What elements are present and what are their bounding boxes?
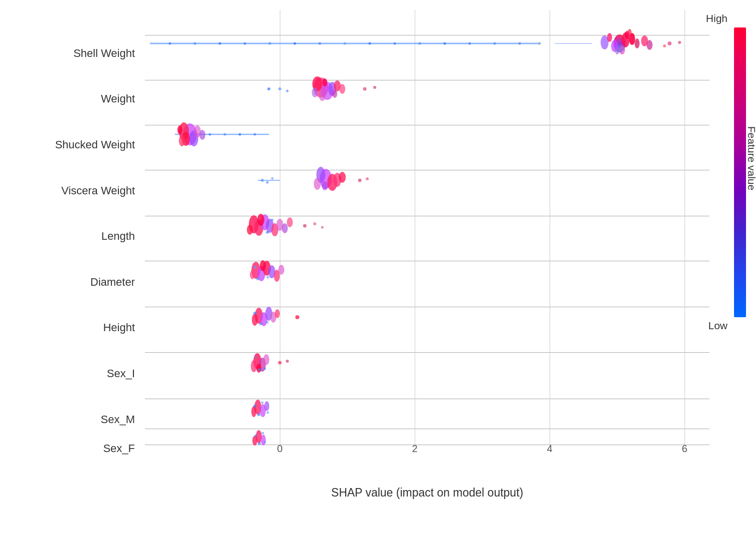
svg-point-55	[179, 135, 185, 146]
height-dots	[252, 307, 299, 326]
y-label-weight: Weight	[101, 92, 135, 105]
svg-point-41	[312, 87, 318, 97]
svg-point-119	[255, 356, 257, 359]
svg-point-125	[257, 413, 260, 416]
shucked-weight-dots	[175, 122, 269, 146]
svg-point-135	[264, 441, 266, 444]
svg-point-74	[271, 177, 274, 180]
x-tick-0: 0	[277, 443, 282, 455]
svg-point-98	[256, 277, 259, 280]
svg-point-24	[319, 42, 321, 45]
svg-point-83	[287, 217, 293, 227]
sex-f-dots	[252, 430, 266, 446]
svg-point-127	[253, 405, 256, 408]
colorbar-high-label: High	[706, 12, 728, 24]
svg-point-57	[177, 125, 182, 134]
svg-point-114	[263, 354, 269, 365]
colorbar-container: High Low Feature value	[689, 12, 749, 362]
weight-dots	[267, 76, 376, 101]
svg-point-56	[199, 130, 205, 140]
svg-point-21	[244, 42, 246, 45]
svg-point-12	[628, 29, 632, 36]
svg-point-47	[278, 87, 281, 90]
svg-point-110	[253, 312, 256, 315]
svg-point-84	[247, 225, 253, 235]
svg-point-9	[619, 45, 625, 54]
svg-point-117	[286, 360, 289, 363]
svg-point-27	[394, 42, 396, 45]
svg-point-106	[275, 309, 280, 318]
y-label-viscera-weight: Viscera Weight	[61, 184, 135, 197]
svg-point-72	[261, 179, 264, 182]
y-label-shell-weight: Shell Weight	[73, 47, 135, 60]
svg-point-95	[260, 260, 266, 271]
svg-point-34	[267, 87, 270, 90]
svg-point-80	[257, 214, 264, 226]
svg-point-58	[209, 133, 211, 136]
y-label-sex-i: Sex_I	[107, 367, 135, 380]
length-dots	[247, 214, 324, 236]
svg-point-108	[259, 322, 262, 325]
svg-point-18	[169, 42, 171, 45]
svg-point-39	[319, 89, 326, 101]
svg-point-5	[635, 38, 640, 48]
y-label-shucked-weight: Shucked Weight	[55, 138, 135, 151]
svg-point-99	[267, 276, 269, 279]
svg-point-71	[366, 177, 369, 180]
svg-point-97	[250, 270, 255, 279]
sex-m-dots	[251, 400, 269, 417]
svg-point-104	[252, 314, 258, 326]
svg-point-8	[607, 33, 612, 42]
svg-point-31	[494, 42, 496, 45]
svg-point-96	[278, 265, 284, 275]
svg-point-131	[252, 436, 257, 446]
x-tick-6: 6	[682, 443, 687, 455]
y-label-length: Length	[101, 230, 135, 243]
y-label-height: Height	[103, 321, 135, 334]
svg-point-89	[271, 219, 274, 221]
svg-point-132	[258, 442, 261, 445]
svg-point-22	[269, 42, 271, 45]
svg-point-128	[267, 412, 269, 414]
svg-point-123	[251, 406, 256, 417]
svg-point-42	[339, 84, 345, 94]
svg-point-118	[258, 368, 261, 371]
svg-point-134	[255, 435, 257, 437]
svg-point-44	[332, 90, 337, 98]
svg-point-61	[254, 133, 256, 136]
svg-point-107	[295, 315, 299, 319]
svg-point-126	[261, 402, 264, 404]
svg-point-46	[373, 86, 376, 89]
svg-point-133	[262, 432, 264, 435]
chart-area: 0 2 4 6 SHAP value (impact on model outp…	[145, 10, 710, 470]
diameter-dots	[250, 260, 284, 282]
svg-point-85	[303, 224, 307, 228]
x-axis-title: SHAP value (impact on model output)	[331, 486, 523, 500]
svg-point-87	[321, 226, 324, 229]
svg-point-67	[314, 178, 321, 190]
svg-point-13	[615, 47, 619, 54]
svg-point-25	[344, 42, 346, 45]
svg-point-73	[266, 181, 269, 184]
svg-point-28	[419, 42, 421, 45]
svg-point-88	[266, 231, 269, 234]
svg-point-100	[253, 266, 256, 269]
svg-point-116	[278, 361, 282, 365]
svg-point-19	[194, 42, 196, 45]
svg-point-16	[663, 44, 666, 47]
svg-point-60	[239, 133, 241, 136]
svg-point-70	[358, 179, 362, 182]
svg-point-32	[519, 42, 521, 45]
y-label-sex-m: Sex_M	[101, 413, 135, 426]
svg-point-11	[647, 40, 653, 50]
colorbar-low-label: Low	[708, 320, 728, 332]
svg-point-113	[251, 360, 257, 372]
svg-point-86	[313, 222, 316, 225]
y-label-diameter: Diameter	[90, 276, 135, 289]
colorbar-feature-value-label: Feature value	[746, 126, 756, 190]
y-axis-labels: Shell Weight Weight Shucked Weight Visce…	[0, 10, 145, 470]
shell-weight-dots	[150, 29, 681, 54]
svg-point-109	[266, 321, 269, 324]
svg-point-29	[444, 42, 446, 45]
colorbar-gradient	[734, 27, 746, 317]
